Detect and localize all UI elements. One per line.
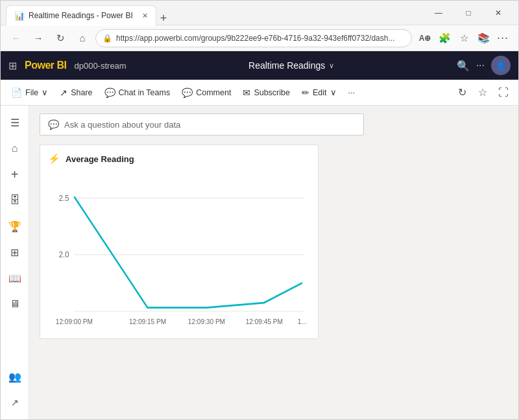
topbar-actions: 🔍 ··· 👤 bbox=[457, 56, 511, 75]
edit-icon: ✏ bbox=[302, 88, 309, 98]
new-tab-button[interactable]: + bbox=[156, 12, 171, 25]
question-icon: 💬 bbox=[48, 119, 59, 130]
user-avatar[interactable]: 👤 bbox=[491, 56, 511, 75]
nav-actions: A⊕ 🧩 ☆ 📚 ··· bbox=[416, 29, 512, 47]
edit-button[interactable]: ✏ Edit ∨ bbox=[296, 85, 342, 100]
topbar-more-icon[interactable]: ··· bbox=[476, 60, 485, 71]
toolbar-more-button[interactable]: ··· bbox=[343, 86, 360, 100]
toolbar-fullscreen-button[interactable]: ⛶ bbox=[494, 83, 513, 102]
workspace-name[interactable]: dp000-stream bbox=[74, 61, 126, 71]
chart-card: ⚡ Average Reading 2.5 2.0 bbox=[40, 145, 319, 339]
home-button[interactable]: ⌂ bbox=[73, 29, 91, 47]
powerbi-logo: Power BI bbox=[25, 60, 66, 71]
sidebar-item-book[interactable]: 📖 bbox=[3, 266, 27, 290]
share-button[interactable]: ↗ Share bbox=[54, 85, 97, 100]
svg-text:12:09:00 PM: 12:09:00 PM bbox=[56, 317, 93, 325]
sidebar-item-home[interactable]: ⌂ bbox=[3, 137, 27, 160]
svg-text:12:09:30 PM: 12:09:30 PM bbox=[188, 317, 225, 325]
window-controls: — □ ✕ bbox=[424, 3, 513, 23]
chart-title: Average Reading bbox=[66, 154, 134, 164]
subscribe-label: Subscribe bbox=[254, 88, 290, 97]
tab-close-button[interactable]: ✕ bbox=[142, 12, 148, 20]
browser-frame: 📊 Realtime Readings - Power BI ✕ + — □ ✕… bbox=[0, 0, 519, 420]
sidebar-item-trophy[interactable]: 🏆 bbox=[3, 215, 27, 238]
address-bar[interactable]: 🔒 https://app.powerbi.com/groups/9b222ee… bbox=[95, 29, 412, 47]
comment-icon: 💬 bbox=[182, 88, 193, 98]
sidebar-item-hamburger[interactable]: ☰ bbox=[3, 111, 27, 134]
file-icon: 📄 bbox=[11, 88, 22, 98]
toolbar-more-label: ··· bbox=[348, 88, 355, 97]
share-label: Share bbox=[71, 88, 92, 97]
maximize-button[interactable]: □ bbox=[453, 3, 483, 23]
chat-in-teams-button[interactable]: 💬 Chat in Teams bbox=[99, 85, 176, 100]
address-text: https://app.powerbi.com/groups/9b222ee9-… bbox=[116, 34, 405, 43]
report-title-chevron[interactable]: ∨ bbox=[329, 62, 334, 70]
read-aloud-button[interactable]: A⊕ bbox=[416, 29, 434, 47]
toolbar-favorite-button[interactable]: ☆ bbox=[473, 83, 492, 102]
question-bar[interactable]: 💬 Ask a question about your data bbox=[40, 113, 364, 135]
svg-text:12:09:15 PM: 12:09:15 PM bbox=[129, 317, 166, 325]
app-content: ⊞ Power BI dp000-stream Realtime Reading… bbox=[1, 51, 518, 419]
pbi-content: 💬 Ask a question about your data ⚡ Avera… bbox=[29, 106, 518, 419]
close-button[interactable]: ✕ bbox=[483, 3, 513, 23]
pbi-topbar: ⊞ Power BI dp000-stream Realtime Reading… bbox=[1, 51, 518, 80]
tab-bar: 📊 Realtime Readings - Power BI ✕ + bbox=[6, 1, 420, 25]
browser-more-button[interactable]: ··· bbox=[494, 29, 512, 47]
chat-label: Chat in Teams bbox=[119, 88, 171, 97]
toolbar-right-actions: ↻ ☆ ⛶ bbox=[452, 83, 513, 102]
chart-area: 2.5 2.0 12:09:00 PM 12:09:15 PM 12:09:30… bbox=[48, 170, 310, 325]
svg-text:2.0: 2.0 bbox=[59, 251, 69, 259]
svg-text:2.5: 2.5 bbox=[59, 194, 69, 202]
favorites-button[interactable]: ☆ bbox=[455, 29, 473, 47]
chart-line bbox=[74, 196, 302, 307]
back-button[interactable]: ← bbox=[7, 29, 25, 47]
pbi-main: ☰ ⌂ + 🗄 🏆 ⊞ 📖 🖥 👥 ↗ 💬 Ask a question abo… bbox=[1, 106, 518, 419]
search-icon[interactable]: 🔍 bbox=[457, 60, 470, 72]
forward-button[interactable]: → bbox=[29, 29, 47, 47]
extensions-button[interactable]: 🧩 bbox=[435, 29, 453, 47]
app-grid-icon[interactable]: ⊞ bbox=[8, 60, 17, 72]
chart-title-row: ⚡ Average Reading bbox=[48, 153, 310, 165]
line-chart-svg: 2.5 2.0 12:09:00 PM 12:09:15 PM 12:09:30… bbox=[48, 170, 310, 325]
chart-bolt-icon: ⚡ bbox=[48, 153, 60, 165]
report-title-area: Realtime Readings ∨ bbox=[248, 60, 334, 71]
sidebar-item-arrow[interactable]: ↗ bbox=[3, 391, 27, 414]
file-button[interactable]: 📄 File ∨ bbox=[6, 85, 53, 100]
file-chevron: ∨ bbox=[42, 88, 48, 97]
tab-favicon: 📊 bbox=[14, 11, 25, 21]
tab-title: Realtime Readings - Power BI bbox=[29, 11, 133, 20]
collections-button[interactable]: 📚 bbox=[474, 29, 492, 47]
browser-navbar: ← → ↻ ⌂ 🔒 https://app.powerbi.com/groups… bbox=[1, 25, 518, 51]
pbi-sidebar: ☰ ⌂ + 🗄 🏆 ⊞ 📖 🖥 👥 ↗ bbox=[1, 106, 29, 419]
pbi-toolbar: 📄 File ∨ ↗ Share 💬 Chat in Teams 💬 Comme… bbox=[1, 80, 518, 106]
edit-chevron: ∨ bbox=[330, 88, 337, 97]
comment-button[interactable]: 💬 Comment bbox=[176, 85, 236, 100]
svg-text:1...: 1... bbox=[298, 317, 307, 325]
browser-titlebar: 📊 Realtime Readings - Power BI ✕ + — □ ✕ bbox=[1, 1, 518, 25]
toolbar-refresh-button[interactable]: ↻ bbox=[452, 83, 472, 102]
subscribe-icon: ✉ bbox=[243, 88, 250, 98]
subscribe-button[interactable]: ✉ Subscribe bbox=[237, 85, 295, 100]
active-tab[interactable]: 📊 Realtime Readings - Power BI ✕ bbox=[6, 5, 156, 26]
sidebar-item-data[interactable]: 🗄 bbox=[3, 189, 27, 212]
sidebar-item-grid[interactable]: ⊞ bbox=[3, 240, 27, 264]
teams-icon: 💬 bbox=[104, 88, 115, 98]
lock-icon: 🔒 bbox=[103, 34, 112, 43]
refresh-button[interactable]: ↻ bbox=[51, 29, 69, 47]
share-icon: ↗ bbox=[60, 88, 67, 98]
svg-text:12:09:45 PM: 12:09:45 PM bbox=[246, 317, 283, 325]
sidebar-item-add[interactable]: + bbox=[3, 163, 27, 186]
file-label: File bbox=[25, 88, 38, 97]
report-title: Realtime Readings bbox=[248, 60, 325, 71]
comment-label: Comment bbox=[196, 88, 231, 97]
sidebar-item-monitor[interactable]: 🖥 bbox=[3, 292, 27, 316]
question-placeholder: Ask a question about your data bbox=[64, 120, 180, 130]
sidebar-item-people[interactable]: 👥 bbox=[3, 365, 27, 388]
minimize-button[interactable]: — bbox=[424, 3, 453, 23]
edit-label: Edit bbox=[313, 88, 327, 97]
avatar-icon: 👤 bbox=[496, 61, 506, 71]
